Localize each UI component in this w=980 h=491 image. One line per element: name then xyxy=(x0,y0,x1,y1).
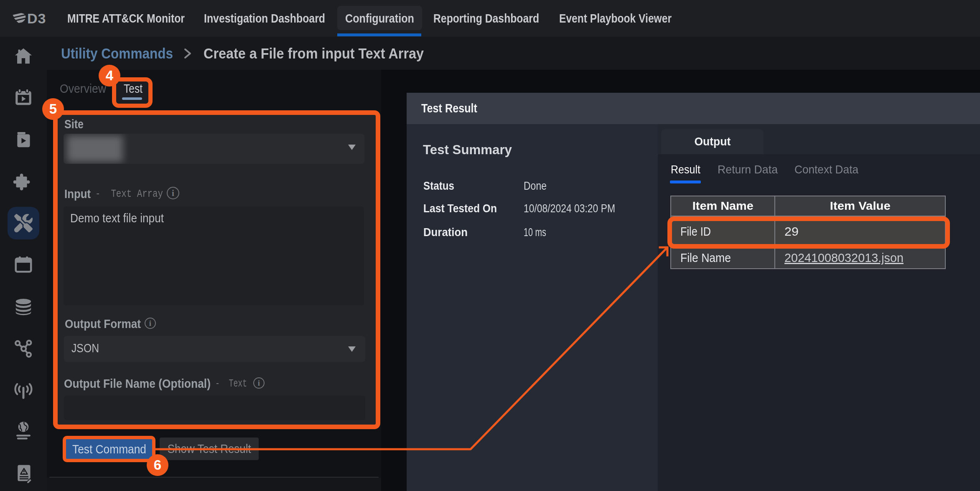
svg-text:D3: D3 xyxy=(27,11,46,25)
